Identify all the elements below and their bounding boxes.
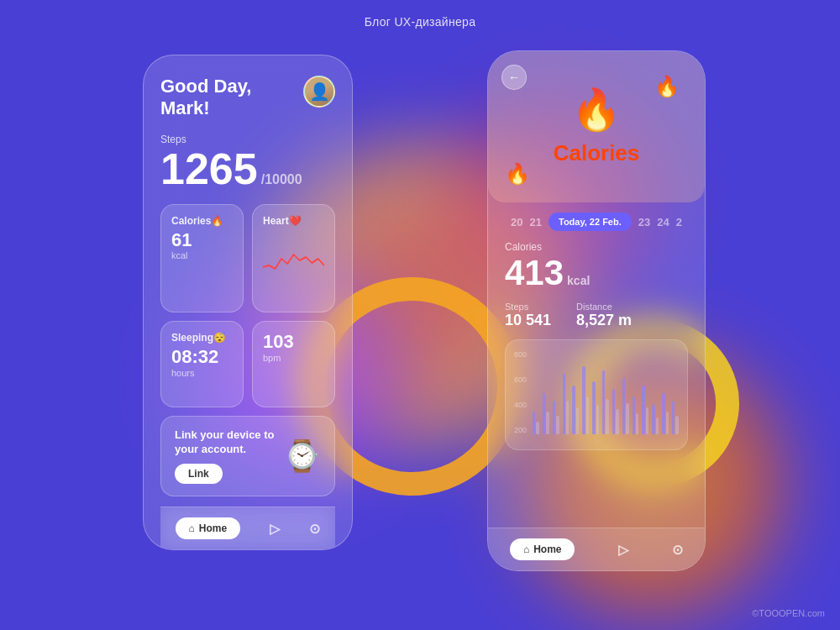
nav-play-right[interactable]: ▷ [618,542,628,558]
steps-value-r: 10 541 [505,312,551,329]
steps-value: 1265/10000 [160,147,335,191]
play-icon-right: ▷ [618,542,628,558]
bar-group [622,378,629,435]
bar-segment-light [546,412,549,435]
nav-home-right[interactable]: ⌂ Home [510,538,575,560]
calories-unit-right: kcal [567,274,590,287]
sleeping-value: 08:32 [171,347,233,367]
bar-group [633,396,639,434]
bar-segment-main [652,404,654,434]
back-button[interactable]: ← [501,65,527,90]
bar-segment-main [602,370,605,435]
right-phone-card: ← 🔥 Calories 🔥 🔥 20 21 Today, 22 Feb. 23… [487,50,706,571]
calories-big-value: 413 kcal [505,253,688,293]
home-icon-right: ⌂ [523,543,529,555]
bar-segment-light [666,412,669,435]
bar-segment-light [596,405,599,434]
heart-chart [263,234,324,280]
heart-card: Heart❤️ [252,204,335,313]
bar-group [533,412,539,434]
bar-group [652,404,659,434]
distance-label: Distance [576,302,632,312]
nav-home-left[interactable]: ⌂ Home [176,517,241,539]
home-label-right: Home [533,543,561,555]
bar-chart: 800 600 400 200 [505,339,688,450]
sleeping-title: Sleeping😴 [171,332,233,344]
date-scroll: 20 21 Today, 22 Feb. 23 24 2 [488,202,705,241]
flame-big-icon: 🔥 [571,87,622,134]
bar-group [592,381,599,434]
bar-group [642,386,648,435]
link-button[interactable]: Link [175,464,223,484]
steps-dist-row: Steps 10 541 Distance 8,527 m [505,302,688,329]
bpm-card: 103 bpm [252,321,335,407]
date-prev1: 20 [511,216,522,228]
bar-segment-main [662,393,664,435]
bar-segment-light [646,407,648,435]
greeting-row: Good Day,Mark! 👤 [160,76,335,120]
date-current[interactable]: Today, 22 Feb. [549,213,632,231]
distance-value: 8,527 m [576,312,632,329]
stats-grid: Calories🔥 61 kcal Heart❤️ Sleeping😴 08:3… [160,204,335,407]
calories-title: Calories🔥 [171,215,233,227]
calories-header: ← 🔥 Calories 🔥 🔥 [488,51,705,202]
bar-segment-main [592,381,595,434]
chart-inner: 800 600 400 200 [514,350,679,443]
left-phone-content: Good Day,Mark! 👤 Steps 1265/10000 Calori… [144,55,352,549]
bar-group [662,393,669,435]
flame-small-left-icon: 🔥 [505,162,530,186]
bar-segment-light [656,417,659,434]
sleeping-unit: hours [171,368,233,378]
bar-segment-main [633,396,635,434]
bar-group [553,401,559,435]
left-bottom-nav: ⌂ Home ▷ ⊙ [160,507,335,549]
chart-bars [514,350,679,434]
bar-segment-light [626,403,628,435]
bar-segment-light [586,396,589,434]
link-device-content: Link your device to your account. Link [175,428,283,484]
avatar-face: 👤 [305,77,333,106]
bar-group [572,386,579,435]
play-icon-left: ▷ [270,521,280,537]
link-device-text: Link your device to your account. [175,428,283,457]
date-next2: 24 [657,216,669,228]
steps-label: Steps [160,134,335,145]
calories-card: Calories🔥 61 kcal [160,204,244,313]
distance-item: Distance 8,527 m [576,302,632,329]
steps-item: Steps 10 541 [505,302,551,329]
calories-title-right: Calories [554,140,640,166]
bar-segment-light [636,413,638,434]
date-next1: 23 [638,216,650,228]
bar-segment-light [606,399,608,435]
bar-segment-main [543,393,545,435]
page-header: Блог UX-дизайнера [365,15,475,29]
date-prev2: 21 [530,216,542,228]
home-label-left: Home [199,522,227,534]
bar-segment-light [675,416,678,435]
profile-icon-right: ⊙ [672,542,683,558]
avatar: 👤 [303,76,335,108]
nav-play-left[interactable]: ▷ [270,521,280,537]
nav-profile-left[interactable]: ⊙ [309,521,320,537]
bpm-unit: bpm [263,353,324,363]
bar-group [602,370,609,435]
bar-segment-light [536,422,538,434]
steps-label-r: Steps [505,302,551,312]
right-bottom-nav: ⌂ Home ▷ ⊙ [488,528,705,570]
watch-icon: ⌚ [283,438,321,474]
calories-value: 61 [171,230,233,250]
flame-small-right-icon: 🔥 [654,75,680,98]
watermark: ©TOOOPEN.com [752,608,825,618]
right-phone-content: ← 🔥 Calories 🔥 🔥 20 21 Today, 22 Feb. 23… [488,51,705,570]
nav-profile-right[interactable]: ⊙ [672,542,683,558]
profile-icon-left: ⊙ [309,521,320,537]
bar-segment-light [556,416,559,435]
link-device-card: Link your device to your account. Link ⌚ [160,416,335,496]
bar-group [672,401,679,435]
bar-segment-main [642,386,644,435]
bar-segment-main [582,366,585,434]
date-next3: 2 [676,216,682,228]
heart-title: Heart❤️ [263,215,324,227]
bar-segment-light [566,401,569,434]
bar-segment-light [616,409,618,434]
